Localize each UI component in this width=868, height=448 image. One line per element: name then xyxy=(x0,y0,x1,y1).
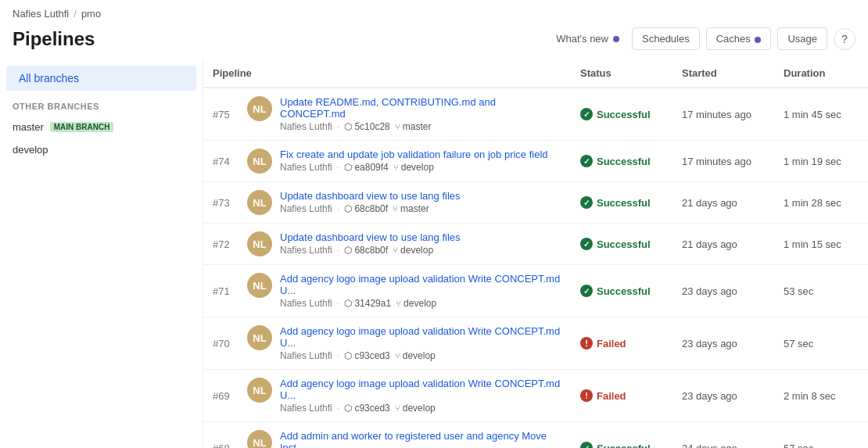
pipeline-id: #74 xyxy=(213,156,241,167)
status-badge: ! Failed xyxy=(580,389,663,402)
pipeline-id: #68 xyxy=(213,443,241,449)
branch-name: ⑂ develop xyxy=(393,245,433,256)
success-icon: ✓ xyxy=(580,196,593,209)
pipeline-name[interactable]: Update dashboard view to use lang files xyxy=(280,190,461,202)
avatar: NL xyxy=(247,378,272,403)
branch-icon: ⑂ xyxy=(395,351,400,360)
pipeline-cell: #72 NL Update dashboard view to use lang… xyxy=(203,224,571,265)
pipeline-id: #73 xyxy=(213,197,241,209)
status-cell: ! Failed xyxy=(571,317,673,370)
sidebar-item-all-branches[interactable]: All branches xyxy=(6,66,196,91)
table-row: #75 NL Update README.md, CONTRIBUTING.md… xyxy=(203,88,868,141)
header-actions: What's new Schedules Caches Usage ? xyxy=(550,27,855,50)
pipeline-name[interactable]: Add agency logo image upload validation … xyxy=(280,325,561,349)
duration-cell: 1 min 15 sec xyxy=(774,224,868,265)
pipeline-name[interactable]: Fix create and update job validation fai… xyxy=(280,149,548,160)
branch-icon: ⑂ xyxy=(393,204,398,213)
success-icon: ✓ xyxy=(580,285,593,297)
caches-button[interactable]: Caches xyxy=(706,27,772,50)
pipeline-name[interactable]: Add admin and worker to registered user … xyxy=(280,430,561,448)
breadcrumb: Nafies Luthfi / pmo xyxy=(0,0,868,23)
branch-icon: ⑂ xyxy=(395,403,400,413)
schedules-button[interactable]: Schedules xyxy=(632,27,700,50)
status-label: Successful xyxy=(597,109,651,120)
branch-name: ⑂ develop xyxy=(395,403,436,414)
status-badge: ✓ Successful xyxy=(580,108,663,120)
col-header-status: Status xyxy=(571,59,673,88)
status-cell: ✓ Successful xyxy=(571,182,673,224)
status-label: Successful xyxy=(597,285,651,297)
duration-cell: 2 min 8 sec xyxy=(774,370,868,422)
started-cell: 17 minutes ago xyxy=(673,88,774,141)
pipeline-cell: #71 NL Add agency logo image upload vali… xyxy=(203,265,571,317)
pipeline-name[interactable]: Update dashboard view to use lang files xyxy=(280,231,461,243)
duration-time: 2 min 8 sec xyxy=(784,390,835,402)
pipeline-name[interactable]: Add agency logo image upload validation … xyxy=(280,378,561,401)
avatar: NL xyxy=(247,325,272,350)
commit-hash: ⬡ 68c8b0f xyxy=(344,203,388,214)
branch-name: ⑂ develop xyxy=(396,298,436,309)
status-cell: ✓ Successful xyxy=(571,88,673,141)
status-label: Failed xyxy=(597,338,626,349)
table-row: #72 NL Update dashboard view to use lang… xyxy=(203,224,868,265)
duration-time: 53 sec xyxy=(784,285,813,297)
branch-icon: ⑂ xyxy=(395,122,400,131)
started-time: 23 days ago xyxy=(682,390,737,402)
started-time: 17 minutes ago xyxy=(682,109,751,120)
breadcrumb-project[interactable]: pmo xyxy=(81,8,101,20)
col-header-pipeline: Pipeline xyxy=(203,59,571,88)
branch-name: ⑂ develop xyxy=(395,350,436,361)
started-cell: 23 days ago xyxy=(673,265,774,317)
pipeline-author: Nafies Luthfi xyxy=(280,162,332,173)
started-cell: 24 days ago xyxy=(673,422,774,449)
table-row: #74 NL Fix create and update job validat… xyxy=(203,141,868,182)
branch-name: ⑂ master xyxy=(393,203,429,214)
status-cell: ! Failed xyxy=(571,370,673,422)
pipeline-author: Nafies Luthfi xyxy=(280,245,332,256)
branch-name: ⑂ master xyxy=(395,121,432,132)
whats-new-button[interactable]: What's new xyxy=(550,28,626,49)
usage-button[interactable]: Usage xyxy=(777,27,827,50)
pipeline-content: Pipeline Status Started Duration #75 NL … xyxy=(203,59,868,448)
avatar: NL xyxy=(247,273,272,298)
duration-cell: 1 min 19 sec xyxy=(774,141,868,182)
breadcrumb-user[interactable]: Nafies Luthfi xyxy=(13,8,69,20)
started-time: 17 minutes ago xyxy=(682,156,751,167)
success-icon: ✓ xyxy=(580,442,593,448)
status-label: Successful xyxy=(597,443,651,449)
avatar: NL xyxy=(247,190,272,215)
failed-icon: ! xyxy=(580,337,593,349)
avatar: NL xyxy=(247,231,272,256)
help-button[interactable]: ? xyxy=(834,28,855,50)
pipeline-id: #71 xyxy=(213,285,241,297)
branch-icon: ⑂ xyxy=(393,163,399,172)
status-badge: ✓ Successful xyxy=(580,155,663,167)
branch-name: ⑂ develop xyxy=(393,162,434,173)
duration-time: 57 sec xyxy=(784,338,813,349)
duration-time: 1 min 45 sec xyxy=(784,109,841,120)
branch-icon: ⑂ xyxy=(393,246,398,255)
duration-time: 1 min 19 sec xyxy=(784,156,841,167)
status-label: Successful xyxy=(597,197,651,209)
duration-cell: 57 sec xyxy=(774,317,868,370)
pipeline-name[interactable]: Add agency logo image upload validation … xyxy=(280,273,561,296)
sidebar-item-master[interactable]: master MAIN BRANCH xyxy=(0,116,203,138)
caches-dot xyxy=(755,37,761,43)
table-header-row: Pipeline Status Started Duration xyxy=(203,59,868,88)
sidebar-item-develop[interactable]: develop xyxy=(0,138,203,161)
started-cell: 23 days ago xyxy=(673,370,774,422)
pipeline-author: Nafies Luthfi xyxy=(280,298,332,309)
avatar: NL xyxy=(247,430,272,448)
table-row: #70 NL Add agency logo image upload vali… xyxy=(203,317,868,370)
status-badge: ✓ Successful xyxy=(580,442,663,448)
status-badge: ✓ Successful xyxy=(580,196,663,209)
duration-cell: 57 sec xyxy=(774,422,868,449)
commit-hash: ⬡ 5c10c28 xyxy=(344,121,390,132)
pipeline-name[interactable]: Update README.md, CONTRIBUTING.md and CO… xyxy=(280,96,561,120)
pipeline-author: Nafies Luthfi xyxy=(280,121,332,132)
pipeline-cell: #70 NL Add agency logo image upload vali… xyxy=(203,317,571,370)
duration-cell: 1 min 45 sec xyxy=(774,88,868,141)
branch-icon: ⑂ xyxy=(396,299,401,308)
started-cell: 17 minutes ago xyxy=(673,141,774,182)
duration-time: 1 min 15 sec xyxy=(784,238,841,250)
